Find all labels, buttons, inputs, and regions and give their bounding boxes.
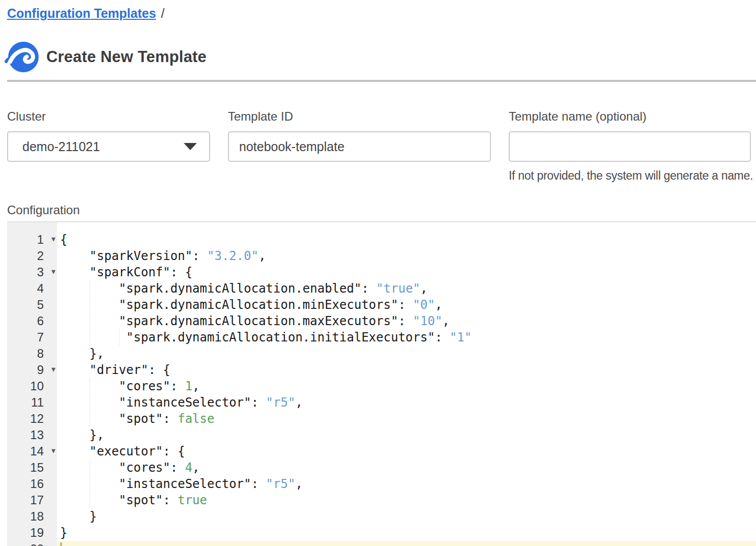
gutter-line-7: 7 — [7, 329, 57, 346]
code-token-str: "10" — [413, 314, 443, 328]
line-number: 6 — [37, 314, 44, 328]
code-token-plain: , — [295, 477, 302, 491]
gutter-line-6: 6 — [7, 313, 57, 329]
page-title: Create New Template — [46, 48, 207, 66]
line-number: 15 — [30, 461, 44, 474]
code-line-3[interactable]: "sparkConf": { — [60, 264, 756, 280]
fold-arrow-icon[interactable]: ▾ — [51, 361, 55, 378]
breadcrumb-link-configuration-templates[interactable]: Configuration Templates — [7, 6, 156, 20]
code-line-6[interactable]: "spark.dynamicAllocation.maxExecutors": … — [60, 313, 756, 329]
line-number: 4 — [37, 281, 44, 295]
indent-guide — [90, 297, 90, 313]
indent-guide — [90, 411, 90, 427]
code-token-plain: } — [60, 526, 67, 540]
line-number: 13 — [30, 428, 44, 442]
line-number: 12 — [30, 412, 44, 425]
template-name-input[interactable] — [509, 131, 751, 162]
gutter-line-16: 16 — [7, 476, 57, 492]
code-token-str: "0" — [413, 298, 435, 312]
code-token-plain: }, — [60, 347, 104, 361]
code-line-19[interactable]: } — [60, 525, 756, 541]
code-token-num: 1 — [185, 379, 192, 393]
gutter-line-17: 17 — [7, 492, 57, 508]
cluster-label: Cluster — [7, 109, 210, 124]
code-token-plain: , — [295, 395, 302, 410]
line-number: 9 — [37, 363, 44, 377]
cluster-select-value: demo-211021 — [22, 139, 100, 154]
editor-gutter: 1▾23▾456789▾1011121314▾151617181920 — [7, 222, 57, 546]
code-line-17[interactable]: "spot": true — [60, 492, 756, 508]
code-token-plain: "spot": — [60, 412, 178, 426]
line-number: 14 — [30, 444, 44, 458]
configuration-label: Configuration — [7, 203, 80, 217]
fold-arrow-icon[interactable]: ▾ — [51, 264, 55, 280]
gutter-line-10: 10 — [7, 378, 57, 394]
code-token-plain: , — [420, 281, 427, 296]
cluster-select[interactable]: demo-211021 — [7, 131, 210, 162]
code-token-plain: "executor": { — [60, 444, 185, 458]
indent-guide — [90, 378, 90, 394]
code-token-plain: }, — [60, 428, 104, 442]
code-line-20[interactable] — [57, 541, 756, 546]
code-line-18[interactable]: } — [60, 508, 756, 525]
code-line-4[interactable]: "spark.dynamicAllocation.enabled": "true… — [60, 280, 756, 297]
indent-guide — [90, 459, 90, 476]
code-token-plain: "spot": — [60, 493, 178, 507]
fold-arrow-icon[interactable]: ▾ — [51, 443, 55, 459]
page-header: Create New Template — [4, 41, 207, 73]
code-token-plain: "cores": — [60, 461, 185, 475]
code-token-plain: "spark.dynamicAllocation.maxExecutors": — [60, 314, 413, 328]
code-line-2[interactable]: "sparkVersion": "3.2.0", — [60, 248, 756, 264]
code-token-num: 4 — [185, 461, 192, 475]
configuration-code-editor[interactable]: 1▾23▾456789▾1011121314▾151617181920 { "s… — [7, 221, 756, 546]
line-number: 11 — [31, 395, 44, 409]
code-line-10[interactable]: "cores": 1, — [60, 378, 756, 394]
gutter-line-1: 1▾ — [7, 232, 57, 248]
code-line-5[interactable]: "spark.dynamicAllocation.minExecutors": … — [60, 297, 756, 313]
code-token-plain: "sparkConf": { — [60, 265, 192, 279]
editor-content[interactable]: { "sparkVersion": "3.2.0", "sparkConf": … — [57, 222, 756, 546]
code-token-plain: { — [60, 233, 67, 247]
indent-guide — [90, 476, 90, 492]
template-name-label: Template name (optional) — [509, 109, 751, 124]
code-token-plain: , — [192, 461, 199, 475]
code-line-15[interactable]: "cores": 4, — [60, 459, 756, 476]
code-line-12[interactable]: "spot": false — [60, 411, 756, 427]
code-line-8[interactable]: }, — [60, 346, 756, 362]
gutter-line-8: 8 — [7, 346, 57, 362]
gutter-line-15: 15 — [7, 459, 57, 476]
code-token-bool: true — [178, 493, 207, 507]
header-divider — [7, 80, 756, 82]
line-number: 5 — [37, 298, 44, 311]
code-token-plain: , — [435, 298, 442, 312]
template-id-input[interactable] — [228, 131, 491, 162]
line-number: 18 — [30, 509, 44, 523]
gutter-line-13: 13 — [7, 427, 57, 443]
code-line-14[interactable]: "executor": { — [60, 443, 756, 459]
template-id-field: Template ID — [228, 109, 491, 162]
code-token-str: "true" — [376, 281, 420, 296]
gutter-line-5: 5 — [7, 297, 57, 313]
fold-arrow-icon[interactable]: ▾ — [51, 231, 55, 247]
code-line-7[interactable]: "spark.dynamicAllocation.initialExecutor… — [60, 329, 756, 346]
code-token-plain: "sparkVersion": — [60, 249, 207, 263]
indent-guide — [90, 313, 90, 329]
code-token-plain: "driver": { — [60, 363, 170, 377]
code-token-plain: "instanceSelector": — [60, 395, 266, 410]
line-number: 20 — [30, 542, 44, 546]
gutter-line-3: 3▾ — [7, 264, 57, 280]
gutter-line-14: 14▾ — [7, 443, 57, 459]
code-line-13[interactable]: }, — [60, 427, 756, 443]
gutter-line-20: 20 — [7, 541, 57, 546]
line-number: 2 — [37, 249, 44, 263]
template-name-helper-text: If not provided, the system will generat… — [509, 169, 751, 183]
line-number: 17 — [30, 493, 44, 507]
gutter-line-4: 4 — [7, 280, 57, 297]
line-number: 10 — [30, 379, 44, 393]
code-line-1[interactable]: { — [60, 232, 756, 248]
code-line-16[interactable]: "instanceSelector": "r5", — [60, 476, 756, 492]
code-line-9[interactable]: "driver": { — [60, 362, 756, 378]
code-line-11[interactable]: "instanceSelector": "r5", — [60, 394, 756, 411]
code-token-bool: false — [178, 412, 214, 426]
line-number: 1 — [37, 233, 44, 246]
